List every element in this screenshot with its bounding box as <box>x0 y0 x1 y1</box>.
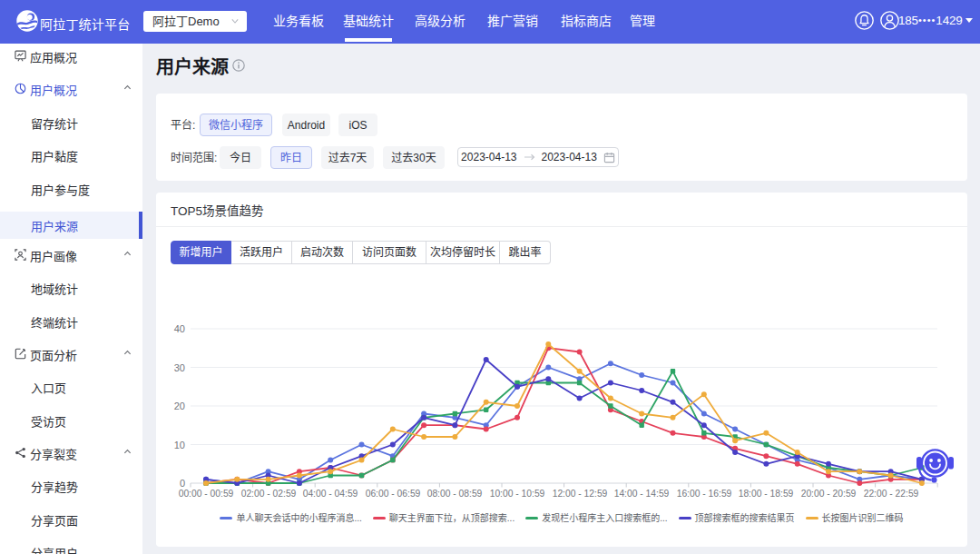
svg-text:30: 30 <box>174 362 185 373</box>
svg-text:12:00 - 12:59: 12:00 - 12:59 <box>553 489 608 499</box>
svg-text:0: 0 <box>180 478 185 489</box>
svg-text:14:00 - 14:59: 14:00 - 14:59 <box>614 489 670 499</box>
svg-text:04:00 - 04:59: 04:00 - 04:59 <box>303 489 358 499</box>
svg-text:10: 10 <box>174 440 185 450</box>
svg-text:00:00 - 00:59: 00:00 - 00:59 <box>179 489 234 499</box>
svg-text:10:00 - 10:59: 10:00 - 10:59 <box>490 489 545 499</box>
svg-text:40: 40 <box>174 323 185 334</box>
svg-text:06:00 - 06:59: 06:00 - 06:59 <box>366 489 421 499</box>
svg-text:02:00 - 02:59: 02:00 - 02:59 <box>241 489 297 499</box>
svg-text:16:00 - 16:59: 16:00 - 16:59 <box>677 489 732 499</box>
svg-text:20: 20 <box>174 401 185 411</box>
svg-text:20:00 - 20:59: 20:00 - 20:59 <box>801 489 857 499</box>
svg-text:08:00 - 08:59: 08:00 - 08:59 <box>427 489 483 499</box>
svg-text:22:00 - 22:59: 22:00 - 22:59 <box>864 489 919 499</box>
svg-text:18:00 - 18:59: 18:00 - 18:59 <box>739 489 794 499</box>
